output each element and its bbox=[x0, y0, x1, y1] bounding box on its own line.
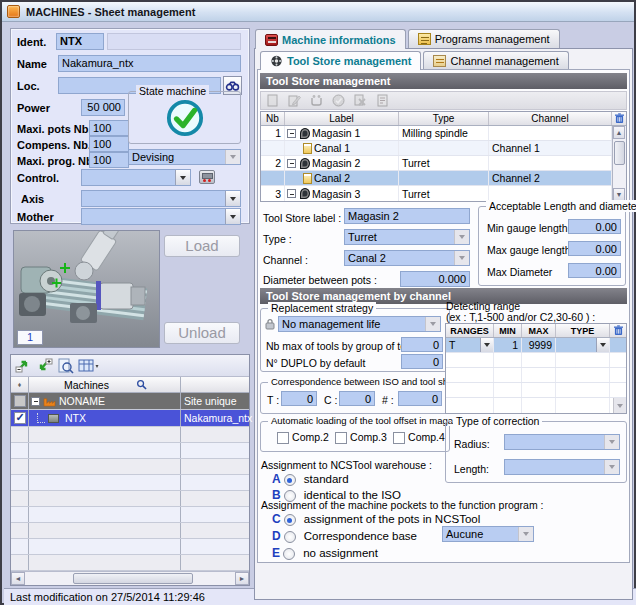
t-field[interactable]: 0 bbox=[281, 391, 317, 406]
tool-store-row[interactable]: 1 Magasin 1 Milling spindle bbox=[261, 126, 626, 141]
pockets-option-e[interactable]: E no assignment bbox=[272, 546, 378, 560]
delete-icon[interactable] bbox=[351, 93, 370, 108]
col-type[interactable]: Type bbox=[399, 112, 489, 125]
power-field[interactable]: 50 000 bbox=[81, 99, 125, 116]
tool-store-row[interactable]: Canal 1 Channel 1 bbox=[261, 141, 626, 156]
horizontal-scrollbar[interactable]: ◄ ► bbox=[11, 571, 249, 585]
maxi-prog-field[interactable]: 100 bbox=[89, 152, 129, 168]
chevron-down-icon[interactable] bbox=[225, 209, 240, 224]
load-button[interactable]: Load bbox=[164, 235, 240, 257]
scroll-left-icon[interactable]: ◄ bbox=[11, 572, 25, 585]
search-icon[interactable] bbox=[136, 379, 147, 390]
delete-column-header[interactable] bbox=[610, 324, 626, 337]
tool-caddy-icon[interactable] bbox=[307, 93, 326, 108]
pockets-option-d[interactable]: D Correspondence base bbox=[272, 529, 417, 543]
chevron-down-icon[interactable] bbox=[518, 527, 533, 541]
collapse-node-icon[interactable] bbox=[31, 397, 40, 406]
channel-select[interactable]: Canal 2 bbox=[344, 250, 470, 266]
tool-store-row[interactable]: 3 Magasin 3 Turret bbox=[261, 186, 626, 201]
scrollbar-thumb[interactable] bbox=[614, 141, 625, 165]
chevron-down-icon[interactable] bbox=[425, 317, 440, 331]
tool-store-row-selected[interactable]: Canal 2 Channel 2 bbox=[261, 171, 626, 186]
machines-col-check[interactable]: ♦ bbox=[11, 377, 29, 392]
machines-row-site[interactable]: NONAME Site unique bbox=[11, 393, 249, 410]
chevron-down-icon[interactable] bbox=[480, 338, 493, 352]
unload-button[interactable]: Unload bbox=[164, 322, 240, 344]
scroll-down-icon[interactable] bbox=[613, 398, 626, 413]
tab-channel-management[interactable]: Channel management bbox=[423, 51, 568, 69]
ident-secondary-field[interactable] bbox=[107, 33, 241, 50]
c-field[interactable]: 0 bbox=[339, 391, 375, 406]
vertical-scrollbar[interactable]: ▲ ▼ bbox=[612, 126, 626, 201]
name-field[interactable]: Nakamura_ntx bbox=[58, 55, 241, 72]
machines-col-site[interactable] bbox=[181, 377, 249, 392]
scroll-up-icon[interactable]: ▲ bbox=[613, 126, 625, 139]
chevron-down-icon[interactable] bbox=[604, 435, 619, 449]
radio-icon[interactable] bbox=[284, 514, 296, 526]
control-select[interactable] bbox=[81, 169, 191, 186]
collapse-node-icon[interactable] bbox=[287, 189, 296, 198]
columns-grid-icon[interactable] bbox=[78, 359, 100, 373]
ident-field[interactable]: NTX bbox=[56, 33, 104, 50]
type-select[interactable]: Turret bbox=[344, 229, 470, 245]
chevron-down-icon[interactable] bbox=[454, 251, 469, 265]
chevron-down-icon[interactable] bbox=[225, 150, 240, 164]
tool-store-row[interactable]: 2 Magasin 2 Turret bbox=[261, 156, 626, 171]
radio-icon[interactable] bbox=[283, 548, 295, 560]
edit-icon[interactable] bbox=[285, 93, 304, 108]
diameter-field[interactable]: 0.000 bbox=[400, 271, 470, 287]
length-select[interactable] bbox=[504, 459, 620, 475]
col-max[interactable]: MAX bbox=[522, 324, 556, 337]
correspondence-base-select[interactable]: Aucune bbox=[442, 526, 534, 542]
scroll-right-icon[interactable]: ► bbox=[235, 572, 249, 585]
duplo-field[interactable]: 0 bbox=[401, 354, 443, 369]
chevron-down-icon[interactable] bbox=[175, 170, 190, 185]
chevron-down-icon[interactable] bbox=[596, 338, 609, 352]
strategy-select[interactable]: No management life bbox=[278, 316, 441, 332]
col-label[interactable]: Label bbox=[285, 112, 399, 125]
preview-document-icon[interactable] bbox=[57, 358, 74, 374]
radius-select[interactable] bbox=[504, 434, 620, 450]
chevron-down-icon[interactable] bbox=[225, 191, 240, 206]
comp3-checkbox[interactable]: Comp.3 bbox=[335, 431, 387, 444]
pockets-option-c[interactable]: C assignment of the pots in NCSTool bbox=[272, 512, 480, 526]
title-bar[interactable]: MACHINES - Sheet management bbox=[2, 2, 634, 22]
radio-icon[interactable] bbox=[284, 531, 296, 543]
new-document-icon[interactable] bbox=[263, 93, 282, 108]
machine-checkbox[interactable] bbox=[14, 412, 26, 424]
collapse-tree-icon[interactable] bbox=[15, 358, 32, 373]
col-min[interactable]: MIN bbox=[494, 324, 522, 337]
max-gauge-field[interactable]: 0.00 bbox=[568, 241, 621, 256]
warehouse-option-a[interactable]: A standard bbox=[272, 472, 349, 486]
scrollbar-thumb[interactable] bbox=[73, 573, 193, 584]
col-nb[interactable]: Nb bbox=[261, 112, 285, 125]
min-gauge-field[interactable]: 0.00 bbox=[568, 219, 621, 234]
machine-3d-preview[interactable]: 1 bbox=[13, 230, 160, 348]
expand-tree-icon[interactable] bbox=[36, 358, 53, 373]
comp2-checkbox[interactable]: Comp.2 bbox=[277, 431, 329, 444]
hash-field[interactable]: 0 bbox=[398, 391, 442, 406]
comp4-checkbox[interactable]: Comp.4 bbox=[393, 431, 445, 444]
compens-field[interactable]: 100 bbox=[89, 136, 129, 152]
state-select[interactable]: Devising bbox=[128, 149, 241, 165]
max-diameter-field[interactable]: 0.00 bbox=[568, 263, 621, 278]
col-type[interactable]: TYPE bbox=[556, 324, 610, 337]
tab-tool-store-management[interactable]: Tool Store management bbox=[260, 51, 421, 70]
tool-store-label-field[interactable]: Magasin 2 bbox=[344, 208, 470, 224]
radio-icon[interactable] bbox=[284, 474, 296, 486]
tab-machine-informations[interactable]: Machine informations bbox=[255, 29, 406, 49]
col-channel[interactable]: Channel bbox=[489, 112, 612, 125]
maxi-pots-field[interactable]: 100 bbox=[89, 120, 129, 136]
nb-max-field[interactable]: 0 bbox=[401, 337, 443, 352]
validate-icon[interactable] bbox=[329, 93, 348, 108]
mother-select[interactable] bbox=[81, 208, 241, 225]
report-icon[interactable] bbox=[373, 93, 392, 108]
detecting-row-selected[interactable]: T 1 9999 bbox=[446, 338, 626, 353]
delete-column-header[interactable] bbox=[612, 112, 626, 125]
collapse-node-icon[interactable] bbox=[287, 129, 296, 138]
chevron-down-icon[interactable] bbox=[604, 460, 619, 474]
tab-programs-management[interactable]: Programs management bbox=[408, 29, 560, 48]
machines-col-name[interactable]: Machines bbox=[29, 377, 181, 392]
site-checkbox[interactable] bbox=[14, 395, 26, 407]
col-ranges[interactable]: RANGES bbox=[446, 324, 494, 337]
